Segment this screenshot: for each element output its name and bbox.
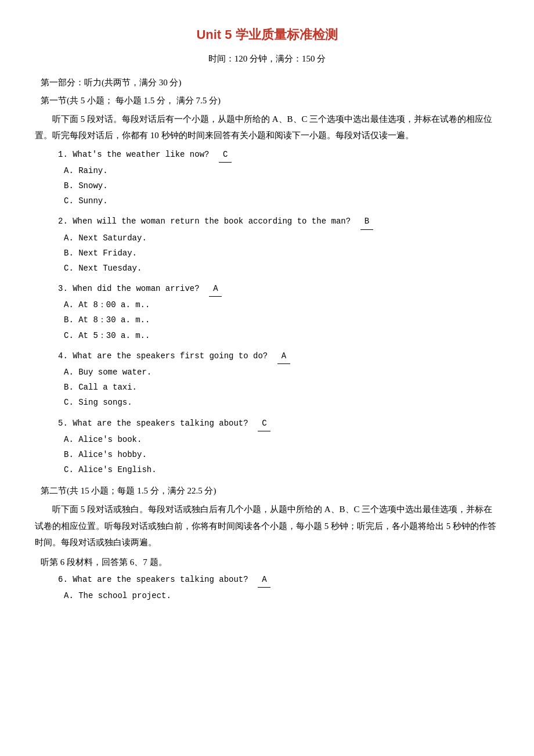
option-1a: A. Rainy. <box>64 164 499 178</box>
option-5c: C. Alice's English. <box>64 463 499 477</box>
section1-header: 第一节(共 5 小题； 每小题 1.5 分， 满分 7.5 分) <box>41 93 499 109</box>
question-2-line: 2. When will the woman return the book a… <box>58 214 499 229</box>
question-block-5: 5. What are the speakers talking about? … <box>58 416 499 478</box>
option-1b: B. Snowy. <box>64 179 499 193</box>
option-1c: C. Sunny. <box>64 194 499 208</box>
section2-header: 第二节(共 15 小题；每题 1.5 分，满分 22.5 分) <box>41 483 499 499</box>
section1-instructions: 听下面 5 段对话。每段对话后有一个小题，从题中所给的 A、B、C 三个选项中选… <box>35 111 499 144</box>
option-4b: B. Call a taxi. <box>64 380 499 395</box>
option-5b: B. Alice's hobby. <box>64 448 499 462</box>
option-3a: A. At 8：00 a. m.. <box>64 298 499 312</box>
question-block-1: 1. What's the weather like now? C A. Rai… <box>58 147 499 209</box>
option-3b: B. At 8：30 a. m.. <box>64 313 499 327</box>
question-block-6: 6. What are the speakers talking about? … <box>58 573 499 603</box>
question-block-3: 3. When did the woman arrive? A A. At 8：… <box>58 282 499 343</box>
group1-intro: 听第 6 段材料，回答第 6、7 题。 <box>41 555 499 570</box>
page-title: Unit 5 学业质量标准检测 <box>35 23 499 46</box>
question-6-line: 6. What are the speakers talking about? … <box>58 573 499 588</box>
option-5a: A. Alice's book. <box>64 433 499 447</box>
option-4c: C. Sing songs. <box>64 395 499 410</box>
option-6a: A. The school project. <box>64 589 499 603</box>
question-block-4: 4. What are the speakers first going to … <box>58 349 499 411</box>
subtitle: 时间：120 分钟，满分：150 分 <box>35 51 499 67</box>
option-4a: A. Buy some water. <box>64 365 499 380</box>
question-block-2: 2. When will the woman return the book a… <box>58 214 499 276</box>
option-2c: C. Next Tuesday. <box>64 261 499 276</box>
option-2b: B. Next Friday. <box>64 246 499 261</box>
option-2a: A. Next Saturday. <box>64 231 499 246</box>
part1-header: 第一部分：听力(共两节，满分 30 分) <box>41 75 499 91</box>
question-3-line: 3. When did the woman arrive? A <box>58 282 499 297</box>
option-3c: C. At 5：30 a. m.. <box>64 329 499 343</box>
question-5-line: 5. What are the speakers talking about? … <box>58 416 499 431</box>
question-4-line: 4. What are the speakers first going to … <box>58 349 499 364</box>
question-1-line: 1. What's the weather like now? C <box>58 147 499 163</box>
section2-instructions: 听下面 5 段对话或独白。每段对话或独白后有几个小题，从题中所给的 A、B、C … <box>35 501 499 551</box>
